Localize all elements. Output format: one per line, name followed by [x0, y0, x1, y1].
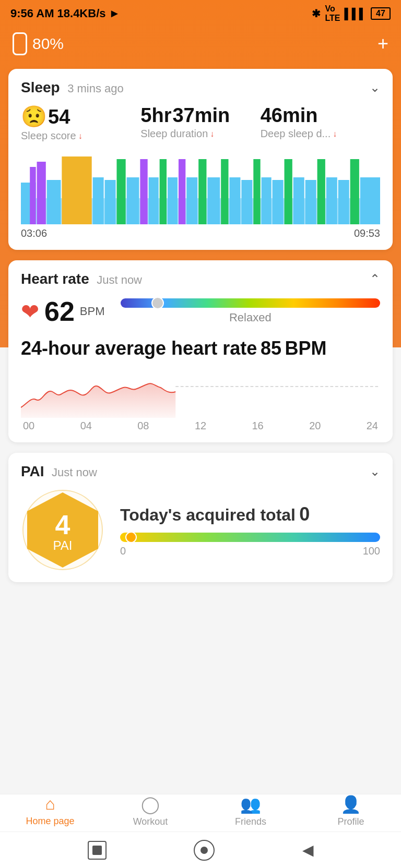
svg-rect-31 — [360, 177, 380, 224]
signal-icon: ▌▌▌ — [344, 8, 367, 20]
svg-rect-6 — [93, 177, 104, 224]
nav-workout-label: Workout — [133, 816, 168, 827]
sleep-card-header: Sleep 3 mins ago ⌄ — [21, 79, 380, 96]
svg-rect-25 — [293, 177, 304, 224]
android-square-icon — [92, 846, 102, 855]
app-header: 80% + — [0, 27, 401, 64]
heart-rate-chevron[interactable]: ⌃ — [370, 272, 380, 286]
svg-rect-19 — [229, 177, 240, 224]
nav-home-label: Home page — [26, 816, 74, 827]
avg-hr-row: 24-hour average heart rate 85 BPM — [21, 337, 380, 359]
heart-rate-header: Heart rate Just now ⌃ — [21, 271, 380, 287]
bluetooth-icon: ✱ — [312, 7, 321, 20]
sleep-chart — [21, 151, 380, 224]
svg-rect-12 — [160, 159, 167, 224]
heart-rate-title-group: Heart rate Just now — [21, 271, 142, 287]
pai-bar-labels: 0 100 — [120, 545, 380, 557]
hr-time-20: 20 — [309, 420, 321, 432]
android-nav: ◀ — [0, 831, 401, 868]
sleep-card: Sleep 3 mins ago ⌄ 😟 54 Sleep score ↓ 5h… — [8, 69, 393, 250]
sleep-deep-metric: 46min Deep sleep d... ↓ — [261, 104, 380, 142]
nav-workout[interactable]: ◯ Workout — [100, 794, 200, 831]
sleep-chevron[interactable]: ⌄ — [370, 80, 380, 95]
header-left: 80% — [13, 32, 64, 55]
heart-rate-timestamp: Just now — [97, 273, 142, 286]
battery-indicator: 47 — [371, 7, 391, 20]
sleep-score-trend: ↓ — [78, 131, 82, 141]
avg-hr-value: 85 — [261, 337, 281, 359]
hr-chart — [21, 366, 380, 418]
pai-today-value: 0 — [299, 503, 310, 525]
sleep-face-icon: 😟 — [21, 104, 47, 129]
status-bar: 9:56 AM 18.4KB/s ► ✱ VoLTE ▌▌▌ 47 — [0, 0, 401, 27]
android-back-btn[interactable] — [88, 841, 107, 860]
sleep-times: 03:06 09:53 — [21, 227, 380, 239]
svg-rect-13 — [168, 177, 178, 224]
hr-time-16: 16 — [252, 420, 264, 432]
friends-icon: 👥 — [240, 794, 261, 814]
svg-rect-17 — [207, 177, 220, 224]
svg-rect-15 — [186, 177, 197, 224]
android-home-btn[interactable] — [194, 840, 215, 861]
svg-rect-11 — [149, 177, 159, 224]
battery-percent: 80% — [32, 35, 64, 53]
gauge-dot — [151, 297, 164, 309]
sleep-deep-trend: ↓ — [333, 129, 337, 139]
pai-title-group: PAI Just now — [21, 463, 97, 480]
bottom-nav: ⌂ Home page ◯ Workout 👥 Friends 👤 Profil… — [0, 794, 401, 831]
sleep-duration-trend: ↓ — [210, 129, 214, 139]
nav-profile[interactable]: 👤 Profile — [301, 794, 401, 831]
svg-rect-26 — [305, 180, 316, 224]
svg-rect-22 — [262, 177, 272, 224]
pai-bar-dot — [125, 532, 137, 543]
sleep-deep-value: 46min — [261, 104, 380, 127]
status-left: 9:56 AM 18.4KB/s ► — [10, 7, 120, 20]
network-speed: 18.4KB/s — [57, 7, 106, 20]
home-icon: ⌂ — [45, 794, 55, 814]
svg-rect-29 — [338, 180, 349, 224]
profile-icon: 👤 — [340, 794, 361, 814]
add-button[interactable]: + — [378, 33, 388, 55]
svg-rect-9 — [127, 177, 139, 224]
heart-icon: ❤ — [21, 299, 39, 324]
hr-time-12: 12 — [195, 420, 206, 432]
sleep-start-time: 03:06 — [21, 227, 47, 239]
heart-rate-title: Heart rate — [21, 271, 89, 287]
svg-rect-30 — [350, 159, 359, 224]
svg-rect-5 — [62, 156, 91, 224]
sleep-metrics: 😟 54 Sleep score ↓ 5hr 37min Sleep durat… — [21, 104, 380, 142]
svg-rect-2 — [30, 167, 36, 224]
android-recents-btn[interactable]: ◀ — [302, 841, 314, 859]
android-circle-icon — [200, 847, 208, 854]
sleep-title-group: Sleep 3 mins ago — [21, 79, 124, 96]
heart-rate-card: Heart rate Just now ⌃ ❤ 62 BPM Relaxed 2… — [8, 260, 393, 442]
svg-rect-14 — [179, 159, 185, 224]
hr-time-00: 00 — [23, 420, 34, 432]
svg-rect-10 — [140, 159, 147, 224]
pai-card-header: PAI Just now ⌄ — [21, 463, 380, 480]
watch-icon — [13, 32, 27, 55]
hr-time-08: 08 — [137, 420, 149, 432]
svg-rect-18 — [221, 159, 228, 224]
gauge-bar — [121, 298, 380, 308]
pai-bar-min: 0 — [120, 545, 126, 557]
svg-rect-7 — [105, 180, 116, 224]
time-display: 9:56 AM — [10, 7, 54, 20]
sleep-deep-label: Deep sleep d... ↓ — [261, 128, 380, 140]
hr-time-24: 24 — [367, 420, 378, 432]
heart-bpm-display: ❤ 62 BPM — [21, 296, 105, 327]
svg-rect-24 — [285, 159, 292, 224]
sleep-timestamp: 3 mins ago — [67, 82, 124, 95]
nav-home[interactable]: ⌂ Home page — [0, 794, 100, 831]
svg-rect-21 — [253, 159, 260, 224]
pai-info: Today's acquired total 0 0 100 — [120, 503, 380, 557]
nav-profile-label: Profile — [337, 816, 364, 827]
hr-time-labels: 00 04 08 12 16 20 24 — [21, 420, 380, 432]
android-triangle-icon: ◀ — [302, 842, 314, 858]
pai-chevron[interactable]: ⌄ — [370, 464, 380, 479]
nav-friends[interactable]: 👥 Friends — [200, 794, 301, 831]
svg-rect-27 — [317, 159, 325, 224]
avg-hr-unit: BPM — [285, 337, 327, 359]
svg-rect-8 — [116, 159, 125, 224]
gauge-label: Relaxed — [121, 311, 380, 324]
